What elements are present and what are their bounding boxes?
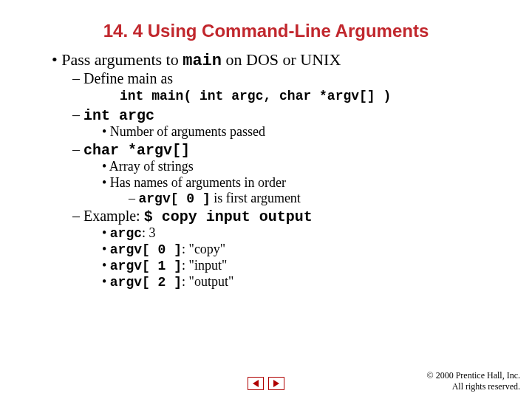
text: Define main as <box>83 70 173 86</box>
bullet-char-argv: char *argv[] Array of strings Has names … <box>72 141 502 206</box>
text: Pass arguments to <box>61 50 183 69</box>
code-argv1-val: argv[ 1 ] <box>110 259 182 273</box>
bullet-int-argc: int argc Number of arguments passed <box>72 106 502 140</box>
bullet-argc-3: argc: 3 <box>102 225 502 241</box>
code-argc-val: argc <box>110 226 142 241</box>
prev-button[interactable] <box>248 377 264 390</box>
code-example-cmd: $ copy input output <box>144 208 313 225</box>
next-button[interactable] <box>268 377 284 390</box>
code-argv0-val: argv[ 0 ] <box>110 242 182 257</box>
bullet-argv0-first: argv[ 0 ] is first argument <box>129 191 502 206</box>
bullet-argv2-output: argv[ 2 ]: "output" <box>102 274 502 290</box>
bullet-define-main: Define main as <box>72 70 502 87</box>
code-main: main <box>183 52 222 70</box>
bullet-array-strings: Array of strings <box>102 159 502 174</box>
text: Example: <box>83 208 144 224</box>
text: : "copy" <box>182 242 225 256</box>
copyright-footer: © 2000 Prentice Hall, Inc. All rights re… <box>427 370 520 392</box>
slide-title: 14. 4 Using Command-Line Arguments <box>0 0 532 50</box>
text: : 3 <box>142 225 156 240</box>
code-main-signature: int main( int argc, char *argv[] ) <box>52 89 502 103</box>
copyright-line1: © 2000 Prentice Hall, Inc. <box>427 370 520 381</box>
text: : "output" <box>182 274 233 289</box>
bullet-argv0-copy: argv[ 0 ]: "copy" <box>102 242 502 257</box>
code-argv2-val: argv[ 2 ] <box>110 275 182 290</box>
code-argc: int argc <box>83 107 154 124</box>
nav-buttons <box>248 377 284 390</box>
bullet-example: Example: $ copy input output argc: 3 arg… <box>72 208 502 290</box>
text: Array of strings <box>109 159 194 174</box>
text: is first argument <box>211 191 301 205</box>
text: Number of arguments passed <box>110 124 265 139</box>
code-argv: char *argv[] <box>83 142 190 159</box>
bullet-pass-arguments: Pass arguments to main on DOS or UNIX De… <box>52 50 502 290</box>
copyright-line2: All rights reserved. <box>427 381 520 392</box>
bullet-num-args: Number of arguments passed <box>102 124 502 140</box>
bullet-names-order: Has names of arguments in order argv[ 0 … <box>102 175 502 206</box>
triangle-left-icon <box>253 380 259 387</box>
slide-body: Pass arguments to main on DOS or UNIX De… <box>0 50 532 290</box>
text: Has names of arguments in order <box>110 175 286 190</box>
triangle-right-icon <box>273 380 279 387</box>
bullet-argv1-input: argv[ 1 ]: "input" <box>102 258 502 273</box>
code-argv0: argv[ 0 ] <box>139 191 211 206</box>
text: : "input" <box>182 258 227 273</box>
text: on DOS or UNIX <box>222 50 341 69</box>
